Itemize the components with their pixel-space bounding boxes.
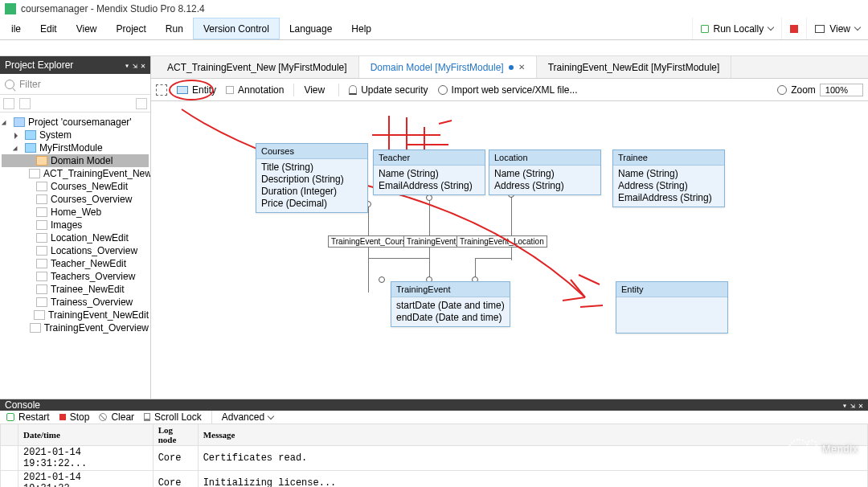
entity-header: Teacher [374,150,485,166]
tree-node-label: Home_Web [51,207,101,218]
menu-language[interactable]: Language [280,18,342,39]
tree-node[interactable]: Project 'coursemanager' [2,116,149,129]
annotation-tool[interactable]: Annotation [226,84,284,96]
import-webservice-button[interactable]: Import web service/XML file... [438,84,578,96]
tree-node[interactable]: Domain Model [2,154,149,167]
menu-bar: ile Edit View Project Run Version Contro… [0,18,868,40]
tree-node[interactable]: Home_Web [2,206,149,219]
console-table: Date/time Log node Message 2021-01-14 19… [0,424,868,487]
tree-node-label: Teacher_NewEdit [51,258,126,269]
doc-icon [36,246,47,256]
stop-button[interactable] [781,18,806,39]
col-message[interactable]: Message [198,424,867,446]
menu-help[interactable]: Help [342,18,381,39]
entity-teacher[interactable]: TeacherName (String)EmailAddress (String… [373,149,485,195]
tree-node[interactable]: Location_NewEdit [2,231,149,244]
restart-button[interactable]: Restart [6,411,50,423]
pointer-icon [156,84,167,96]
menu-version-control[interactable]: Version Control [193,18,280,39]
connector-line [368,206,369,293]
explorer-header: Project Explorer ▾ ⇲ ✕ [0,56,150,74]
menu-edit[interactable]: Edit [31,18,67,39]
tree-node-label: Courses_NewEdit [51,181,128,192]
advanced-dropdown[interactable]: Advanced [222,411,273,423]
association-label[interactable]: TrainingEvent_Location [457,235,547,248]
chevron-icon [14,145,22,152]
entity-body: Name (String)Address (String)EmailAddres… [613,166,724,207]
tree-node[interactable]: TrainingEvent_Overview [2,321,149,334]
tree-node[interactable]: ACT_TrainingEvent_New [2,167,149,180]
tree-node[interactable]: MyFirstModule [2,141,149,154]
doc-icon [36,220,47,230]
expand-icon[interactable] [3,98,14,109]
tab-act-trainingevent[interactable]: ACT_TrainingEvent_New [MyFirstModule] [156,56,359,78]
entity-trainingEvent[interactable]: TrainingEventstartDate (Date and time)en… [391,281,510,327]
entity-tool[interactable]: Entity [177,84,216,96]
tree-node[interactable]: Teachers_Overview [2,270,149,283]
tree-node-label: TrainingEvent_NewEdit [48,309,149,321]
globe-icon [438,85,448,95]
project-tree[interactable]: Project 'coursemanager'SystemMyFirstModu… [0,113,150,338]
menu-view[interactable]: View [67,18,107,39]
tree-node[interactable]: Teacher_NewEdit [2,257,149,270]
tree-node[interactable]: TrainingEvent_NewEdit [2,309,149,321]
doc-icon [36,207,47,217]
view-button[interactable]: View [806,18,868,39]
doc-icon [36,233,47,243]
close-icon[interactable]: ✕ [858,401,863,410]
entity-courses[interactable]: CoursesTitle (String)Description (String… [256,143,368,213]
entity-body: Name (String)Address (String) [489,166,600,194]
run-locally-button[interactable]: Run Locally [692,18,782,39]
menu-run[interactable]: Run [156,18,193,39]
editor-area: ACT_TrainingEvent_New [MyFirstModule] Do… [151,56,868,399]
col-lognode[interactable]: Log node [153,424,198,446]
entity-trainee[interactable]: TraineeName (String)Address (String)Emai… [612,149,725,207]
tree-node-label: Domain Model [51,155,113,166]
menu-file[interactable]: ile [2,18,31,39]
tree-node[interactable]: System [2,129,149,141]
filter-input[interactable]: Filter [0,74,150,95]
entity-location[interactable]: LocationName (String)Address (String) [489,149,601,195]
menu-project[interactable]: Project [107,18,156,39]
scroll-lock-button[interactable]: Scroll Lock [144,411,202,423]
grid-icon[interactable] [136,98,147,109]
dropdown-icon[interactable]: ▾ [842,401,847,410]
dropdown-icon[interactable]: ▾ [125,61,129,70]
stop-button[interactable]: Stop [59,411,90,423]
pin-icon[interactable]: ⇲ [133,61,137,70]
pin-icon[interactable]: ⇲ [850,401,855,410]
close-icon[interactable]: ✕ [518,63,525,72]
zoom-input[interactable]: 100% [820,84,863,96]
doc-icon [34,310,45,320]
tree-node-label: Images [51,219,82,231]
tree-node[interactable]: Courses_Overview [2,193,149,206]
col-datetime[interactable]: Date/time [18,424,154,446]
tab-domain-model[interactable]: Domain Model [MyFirstModule] ✕ [359,56,537,78]
tree-node[interactable]: Trainess_Overview [2,296,149,309]
console-row[interactable]: 2021-01-14 19:31:22...CoreInitializing l… [1,471,868,488]
zoom-label: Zoom [791,84,816,96]
domain-model-canvas[interactable]: TrainingEvent_Courses TrainingEvent_Te T… [151,101,868,399]
view-dropdown[interactable]: View [304,84,329,96]
close-icon[interactable]: ✕ [141,61,145,70]
tab-trainingevent-newedit[interactable]: TrainingEvent_NewEdit [MyFirstModule] [537,56,732,78]
chevron-icon [26,312,31,319]
mod-icon [25,130,36,140]
entity-header: Entity [616,282,727,297]
dirty-indicator-icon [509,65,514,70]
tree-node[interactable]: Courses_NewEdit [2,180,149,193]
select-tool[interactable] [156,84,167,96]
collapse-icon[interactable] [19,98,31,109]
tree-node[interactable]: Locations_Overview [2,244,149,257]
tree-node[interactable]: Images [2,219,149,231]
chevron-down-icon [768,24,774,31]
connector-line [511,196,512,260]
update-security-button[interactable]: Update security [349,84,428,96]
zoom-icon [777,85,787,95]
console-row[interactable]: 2021-01-14 19:31:22...CoreCertificates r… [1,446,868,471]
tree-node[interactable]: Trainee_NewEdit [2,283,149,296]
chevron-icon [26,196,33,203]
clear-button[interactable]: Clear [99,411,134,423]
entity-newEntity[interactable]: Entity [616,281,728,334]
proj-icon [14,117,25,127]
